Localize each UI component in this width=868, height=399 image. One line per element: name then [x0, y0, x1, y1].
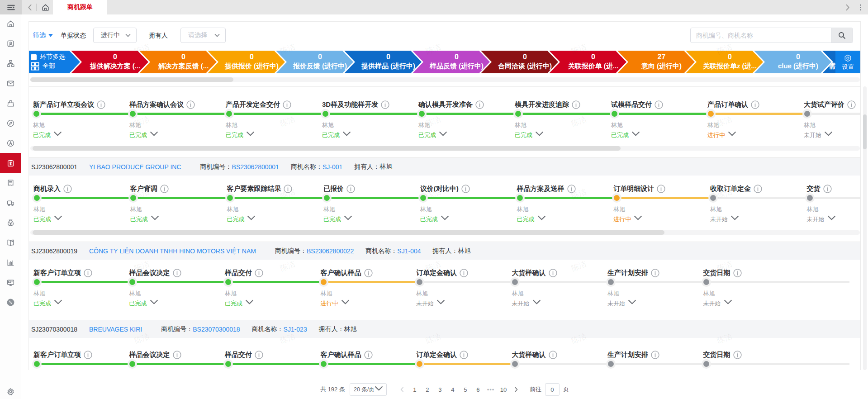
stage-scrollbar-thumb[interactable]	[33, 146, 621, 151]
step-info-wrap[interactable]	[173, 351, 181, 359]
pipeline-stage-chip[interactable]: 27意向 (进行中)	[617, 51, 695, 73]
sidebar-item-mail[interactable]	[0, 73, 21, 93]
step-status-dropdown[interactable]: 已完成	[420, 215, 449, 223]
pipeline-stage-chip[interactable]: 0提供报价 (进行中)	[208, 51, 285, 73]
step-info-wrap[interactable]	[346, 185, 355, 193]
pagination-page-2[interactable]: 2	[421, 383, 434, 396]
more-options-button[interactable]	[855, 0, 865, 14]
sidebar-item-compass[interactable]	[0, 113, 21, 133]
status-filter-select[interactable]: 进行中	[93, 28, 137, 43]
step-info-wrap[interactable]	[173, 269, 181, 277]
step-info-wrap[interactable]	[567, 185, 576, 193]
step-status-dropdown[interactable]: 已完成	[33, 299, 62, 308]
sidebar-settings-item[interactable]	[0, 385, 21, 398]
step-info-wrap[interactable]	[160, 185, 169, 193]
sidebar-item-user-card[interactable]	[0, 33, 21, 53]
sidebar-item-bar-chart[interactable]	[0, 252, 21, 272]
nav-forward-button[interactable]	[841, 0, 854, 14]
pipeline-multiselect-chip[interactable]: 环节多选全部	[29, 51, 80, 73]
step-status-dropdown[interactable]: 已完成	[130, 215, 159, 223]
pagination-page-4[interactable]: 4	[446, 383, 459, 396]
pipeline-stage-chip[interactable]: 0解决方案反馈 (...	[139, 51, 217, 73]
step-status-dropdown[interactable]: 已完成	[33, 215, 62, 223]
pipeline-stage-chip[interactable]: 0样品反馈 (进行中)	[413, 51, 490, 73]
record-number-link[interactable]: BS23070300018	[193, 326, 240, 333]
sidebar-item-book[interactable]	[0, 233, 21, 252]
search-button[interactable]	[831, 28, 853, 43]
step-info-wrap[interactable]	[651, 351, 659, 359]
step-info-wrap[interactable]	[364, 351, 373, 359]
pipeline-stage-chip[interactable]: 0提供样品 (进行中)	[344, 51, 422, 73]
step-status-dropdown[interactable]: 已完成	[129, 299, 158, 308]
filter-toggle-link[interactable]: 筛选	[33, 31, 53, 39]
step-info-wrap[interactable]	[84, 269, 92, 277]
sidebar-item-home[interactable]	[0, 14, 21, 33]
vertical-scrollbar-thumb[interactable]	[863, 114, 867, 149]
step-status-dropdown[interactable]: 已完成	[226, 131, 255, 139]
step-info-wrap[interactable]	[823, 185, 832, 193]
step-info-wrap[interactable]	[255, 351, 263, 359]
step-info-wrap[interactable]	[97, 100, 105, 109]
record-name-link[interactable]: SJ1-004	[397, 247, 421, 255]
step-status-dropdown[interactable]: 未开始	[512, 299, 541, 308]
record-company-link[interactable]: BREUVAGES KIRI	[89, 326, 142, 333]
pagination-page-5[interactable]: 5	[459, 383, 472, 396]
record-number-link[interactable]: BS23062800001	[232, 163, 279, 171]
step-status-dropdown[interactable]: 已完成	[418, 131, 447, 139]
step-info-wrap[interactable]	[733, 269, 742, 277]
pipeline-settings-button[interactable]: 设置	[835, 51, 860, 73]
step-info-wrap[interactable]	[381, 100, 389, 109]
step-info-wrap[interactable]	[460, 269, 468, 277]
step-status-dropdown[interactable]: 已完成	[611, 131, 640, 139]
record-name-link[interactable]: SJ1-023	[284, 326, 307, 333]
step-info-wrap[interactable]	[186, 100, 195, 109]
step-info-wrap[interactable]	[461, 185, 470, 193]
goto-page-input[interactable]	[545, 383, 560, 396]
step-info-wrap[interactable]	[847, 100, 856, 109]
step-info-wrap[interactable]	[549, 351, 557, 359]
record-name-link[interactable]: SJ-001	[323, 163, 342, 171]
step-status-dropdown[interactable]: 已完成	[129, 131, 158, 139]
step-status-dropdown[interactable]: 已完成	[227, 215, 256, 223]
step-status-dropdown[interactable]: 进行中	[321, 299, 350, 308]
step-info-wrap[interactable]	[460, 351, 468, 359]
sidebar-item-clipboard-money[interactable]	[0, 153, 21, 173]
step-info-wrap[interactable]	[475, 100, 484, 109]
step-status-dropdown[interactable]: 已完成	[517, 215, 546, 223]
step-status-dropdown[interactable]: 未开始	[416, 299, 445, 308]
step-status-dropdown[interactable]: 未开始	[807, 215, 836, 223]
pipeline-stage-chip[interactable]: 0关联报价单z (进...	[686, 51, 763, 73]
step-status-dropdown[interactable]: 已完成	[322, 131, 351, 139]
step-status-dropdown[interactable]: 未开始	[703, 299, 732, 308]
home-button[interactable]	[38, 0, 52, 14]
record-company-link[interactable]: YI BAO PRODUCE GROUP INC	[89, 163, 181, 171]
step-info-wrap[interactable]	[549, 269, 557, 277]
step-status-dropdown[interactable]: 进行中	[613, 215, 642, 223]
pagination-page-1[interactable]: 1	[408, 383, 421, 396]
pipeline-scrollbar-thumb[interactable]	[30, 77, 233, 82]
pipeline-stage-chip[interactable]: 0合同洽谈 (进行中)	[481, 51, 558, 73]
step-info-wrap[interactable]	[751, 100, 759, 109]
record-company-link[interactable]: CÔNG TY LIÊN DOANH TNHH HINO MOTORS VIỆT…	[89, 247, 256, 255]
sidebar-item-phone-circle[interactable]	[0, 292, 21, 312]
pipeline-stage-chip[interactable]: 0clue (进行中)	[754, 51, 831, 73]
step-info-wrap[interactable]	[364, 269, 373, 277]
step-status-dropdown[interactable]: 已完成	[515, 131, 544, 139]
pagination-prev-button[interactable]	[396, 383, 408, 396]
sidebar-item-truck[interactable]	[0, 193, 21, 213]
step-info-wrap[interactable]	[284, 185, 292, 193]
step-info-wrap[interactable]	[572, 100, 580, 109]
pipeline-stage-chip[interactable]: 0报价反馈 (进行中)	[276, 51, 353, 73]
pagination-ellipsis[interactable]: •••	[484, 383, 497, 396]
step-info-wrap[interactable]	[754, 185, 762, 193]
stage-scrollbar-thumb[interactable]	[33, 230, 664, 235]
step-status-dropdown[interactable]: 已完成	[225, 299, 254, 308]
sidebar-item-receipt[interactable]	[0, 173, 21, 193]
step-info-wrap[interactable]	[657, 185, 665, 193]
step-info-wrap[interactable]	[655, 100, 663, 109]
sidebar-item-org-tree[interactable]	[0, 53, 21, 73]
pagination-next-button[interactable]	[510, 383, 522, 396]
multiselect-checkbox[interactable]	[31, 54, 37, 60]
page-size-select[interactable]: 20 条/页	[350, 383, 387, 396]
sidebar-item-bag[interactable]	[0, 93, 21, 113]
